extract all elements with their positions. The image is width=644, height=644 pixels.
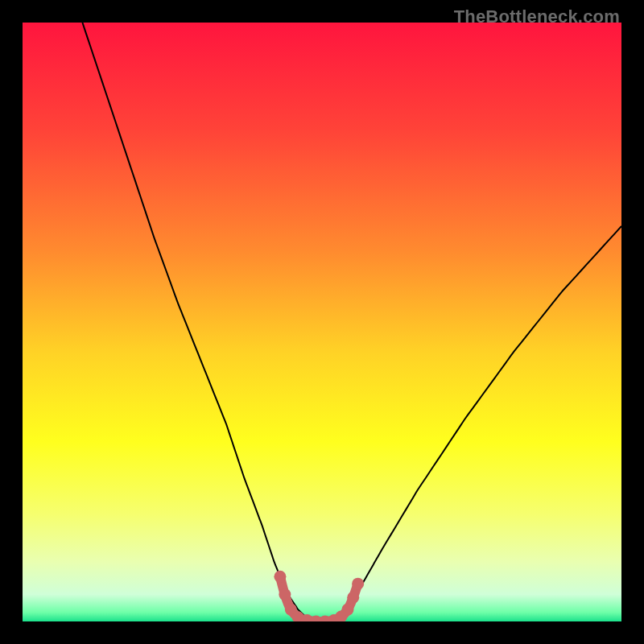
marker-dot [274, 571, 286, 583]
bottleneck-chart [23, 23, 621, 621]
marker-dot [352, 578, 364, 590]
marker-dot [279, 588, 291, 601]
marker-dot [341, 604, 353, 616]
marker-dot [347, 592, 359, 604]
chart-frame: TheBottleneck.com [0, 0, 644, 644]
plot-area [23, 23, 621, 621]
watermark-text: TheBottleneck.com [454, 6, 620, 27]
